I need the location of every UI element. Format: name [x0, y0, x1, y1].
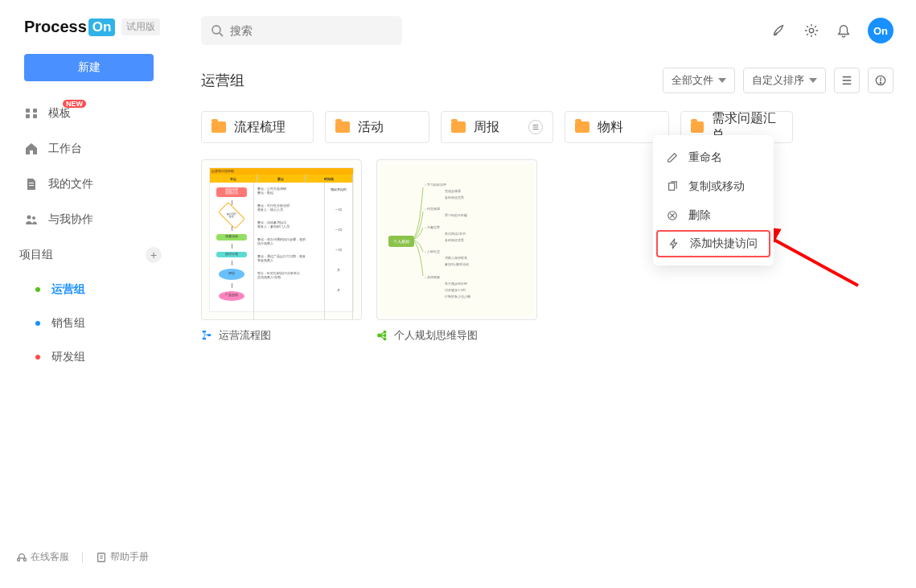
manual-link[interactable]: 帮助手册	[96, 550, 149, 564]
sort-label: 自定义排序	[752, 73, 804, 88]
svg-rect-10	[98, 553, 105, 561]
pen-icon[interactable]	[771, 23, 787, 39]
svg-point-6	[27, 216, 31, 220]
dot-icon	[35, 287, 40, 292]
sidebar: ProcessOn 试用版 新建 模板 NEW 工作台	[0, 0, 179, 588]
svg-rect-9	[24, 557, 27, 561]
list-view-button[interactable]	[834, 68, 860, 93]
svg-rect-32	[669, 183, 675, 191]
folder-icon	[335, 121, 350, 133]
group-label: 销售组	[51, 316, 85, 331]
svg-point-15	[809, 28, 813, 32]
group-label: 运营组	[51, 282, 85, 297]
menu-rename[interactable]: 重命名	[653, 143, 774, 172]
nav-shared[interactable]: 与我协作	[0, 202, 178, 237]
group-item-operations[interactable]: 运营组	[0, 273, 178, 306]
sort-select[interactable]: 自定义排序	[743, 68, 826, 93]
avatar[interactable]: On	[868, 18, 893, 43]
chevron-down-icon	[718, 78, 726, 83]
folder-weekly[interactable]: 周报	[441, 111, 553, 143]
svg-rect-0	[26, 109, 30, 113]
svg-rect-25	[203, 331, 206, 333]
top-bar: On	[201, 16, 893, 45]
manual-label: 帮助手册	[110, 550, 149, 564]
group-item-sales[interactable]: 销售组	[0, 306, 178, 340]
menu-label: 复制或移动	[688, 179, 745, 194]
support-link[interactable]: 在线客服	[16, 550, 69, 564]
folder-icon	[212, 121, 226, 133]
folder-flow[interactable]: 流程梳理	[201, 111, 314, 143]
menu-label: 添加快捷访问	[690, 236, 758, 251]
gear-icon[interactable]	[803, 23, 819, 39]
nav-workspace[interactable]: 工作台	[0, 131, 178, 167]
add-group-button[interactable]: +	[146, 247, 162, 263]
group-item-rd[interactable]: 研发组	[0, 340, 178, 374]
menu-add-quick-access[interactable]: 添加快捷访问	[656, 230, 770, 257]
svg-point-13	[212, 26, 220, 34]
content-header: 运营组 全部文件 自定义排序	[201, 68, 893, 93]
group-label: 研发组	[51, 350, 85, 364]
pencil-icon	[666, 151, 679, 164]
folder-label: 流程梳理	[234, 119, 285, 136]
folder-more-button[interactable]	[528, 120, 543, 134]
menu-label: 重命名	[688, 150, 722, 165]
file-name: 运营流程图	[219, 328, 271, 343]
folder-activity[interactable]: 活动	[325, 111, 429, 143]
info-button[interactable]	[868, 68, 893, 93]
search-icon	[211, 24, 224, 37]
file-thumbnail: 运营每日流程图 节点要点时间线 启动沟通定期讨论 是否可行验证 调整活动 执行计…	[201, 159, 362, 320]
nav-label: 与我协作	[48, 212, 93, 227]
logo-row: ProcessOn 试用版	[0, 18, 178, 36]
new-badge: NEW	[63, 100, 86, 108]
svg-point-21	[880, 82, 881, 83]
template-icon	[24, 106, 39, 121]
top-right: On	[771, 18, 893, 43]
search-input[interactable]	[230, 24, 392, 37]
folder-label: 活动	[358, 119, 384, 136]
copy-icon	[666, 180, 679, 193]
divider	[82, 552, 83, 563]
file-meta: 个人规划思维导图	[376, 328, 537, 343]
nav-my-files[interactable]: 我的文件	[0, 167, 178, 202]
new-button[interactable]: 新建	[24, 54, 154, 81]
menu-delete[interactable]: 删除	[653, 201, 774, 230]
svg-rect-4	[29, 183, 34, 183]
file-name: 个人规划思维导图	[394, 328, 478, 343]
folders-row: 流程梳理 活动 周报 物料 需求问题汇总	[201, 111, 893, 143]
svg-point-31	[384, 338, 386, 340]
bell-icon[interactable]	[836, 23, 852, 39]
files-grid: 运营每日流程图 节点要点时间线 启动沟通定期讨论 是否可行验证 调整活动 执行计…	[201, 159, 893, 343]
svg-point-7	[32, 216, 35, 220]
search-box[interactable]	[201, 16, 402, 45]
menu-label: 删除	[688, 208, 711, 223]
people-icon	[24, 212, 39, 227]
file-meta: 运营流程图	[201, 328, 362, 343]
svg-rect-8	[18, 557, 20, 561]
logo-text: Process	[24, 18, 87, 36]
file-flowchart[interactable]: 运营每日流程图 节点要点时间线 启动沟通定期讨论 是否可行验证 调整活动 执行计…	[201, 159, 362, 343]
folder-icon	[575, 121, 589, 133]
page-title: 运营组	[201, 71, 244, 90]
svg-point-29	[384, 331, 386, 333]
file-mindmap[interactable]: 个人规划 ○ 学习目标清单 完成必修课 各科保证优秀 ○ 作息规律 早7:00起…	[376, 159, 537, 343]
folder-label: 物料	[598, 119, 623, 136]
dot-icon	[35, 355, 40, 360]
svg-point-30	[384, 335, 386, 337]
svg-rect-3	[33, 114, 37, 118]
folder-label: 周报	[474, 119, 499, 136]
section-title: 项目组	[19, 248, 53, 262]
filter-all-files[interactable]: 全部文件	[663, 68, 735, 93]
delete-icon	[666, 209, 679, 222]
logo[interactable]: ProcessOn	[24, 18, 115, 36]
file-thumbnail: 个人规划 ○ 学习目标清单 完成必修课 各科保证优秀 ○ 作息规律 早7:00起…	[376, 159, 537, 320]
chevron-down-icon	[809, 78, 817, 83]
logo-badge: On	[88, 19, 116, 36]
nav-templates[interactable]: 模板 NEW	[0, 96, 178, 131]
dot-icon	[35, 321, 40, 326]
menu-copy-move[interactable]: 复制或移动	[653, 172, 774, 201]
flowchart-type-icon	[201, 330, 212, 341]
nav-label: 工作台	[48, 142, 82, 156]
lightning-icon	[667, 237, 680, 250]
svg-rect-2	[26, 114, 30, 118]
svg-line-14	[220, 33, 223, 36]
